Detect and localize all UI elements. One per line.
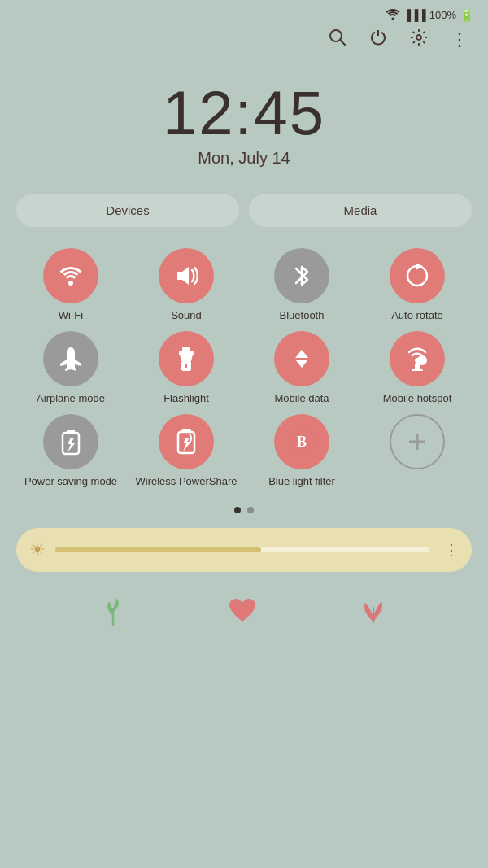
brightness-more-icon[interactable]: ⋮ <box>444 541 459 559</box>
page-dots <box>0 494 488 521</box>
brightness-bar[interactable] <box>55 547 429 552</box>
page-dot-1[interactable] <box>234 507 241 513</box>
tabs-row: Devices Media <box>0 176 488 237</box>
tile-blue-light[interactable]: B Blue light filter <box>268 414 335 489</box>
svg-point-0 <box>392 18 394 20</box>
power-saving-icon <box>43 414 98 469</box>
mobile-hotspot-label: Mobile hotspot <box>383 392 452 406</box>
tile-bluetooth[interactable]: Bluetooth <box>274 248 329 323</box>
tile-airplane-mode[interactable]: Airplane mode <box>37 331 105 406</box>
signal-icon: ▐▐▐ <box>403 9 426 21</box>
tile-auto-rotate[interactable]: Auto rotate <box>390 248 445 323</box>
auto-rotate-icon <box>390 248 445 303</box>
page-dot-2[interactable] <box>247 507 254 513</box>
battery-icon: 🔋 <box>460 9 473 22</box>
settings-icon[interactable] <box>410 28 428 51</box>
wifi-icon <box>43 248 98 303</box>
mobile-data-label: Mobile data <box>274 392 329 406</box>
tab-media[interactable]: Media <box>249 194 472 227</box>
tiles-section: Wi-Fi Sound Bluetooth <box>0 237 488 494</box>
brightness-row[interactable]: ☀ ⋮ <box>16 528 472 572</box>
tile-wifi[interactable]: Wi-Fi <box>43 248 98 323</box>
tile-add[interactable] <box>390 414 445 489</box>
deco-plant-icon <box>98 595 128 634</box>
svg-rect-15 <box>67 430 75 434</box>
tab-devices[interactable]: Devices <box>16 194 239 227</box>
blue-light-label: Blue light filter <box>268 475 335 489</box>
bluetooth-label: Bluetooth <box>280 309 325 323</box>
brightness-fill <box>55 547 261 552</box>
airplane-mode-label: Airplane mode <box>37 392 105 406</box>
blue-light-icon: B <box>274 414 329 469</box>
tile-flashlight[interactable]: Flashlight <box>159 331 214 406</box>
auto-rotate-label: Auto rotate <box>391 309 443 323</box>
wireless-powershare-label: Wireless PowerShare <box>136 475 237 489</box>
status-bar: ▐▐▐ 100% 🔋 <box>0 0 488 25</box>
power-icon[interactable] <box>369 28 387 51</box>
power-saving-label: Power saving mode <box>24 475 117 489</box>
sound-label: Sound <box>171 309 202 323</box>
svg-point-4 <box>68 281 73 286</box>
svg-text:B: B <box>297 434 307 450</box>
clock-date: Mon, July 14 <box>0 149 488 168</box>
flashlight-label: Flashlight <box>163 392 209 406</box>
mobile-data-icon <box>274 331 329 386</box>
wireless-powershare-icon <box>159 414 214 469</box>
bottom-decorations <box>0 578 488 642</box>
svg-point-3 <box>416 35 421 40</box>
svg-line-2 <box>340 40 346 46</box>
tile-sound[interactable]: Sound <box>159 248 214 323</box>
deco-heart-icon <box>227 597 258 631</box>
tiles-grid: Wi-Fi Sound Bluetooth <box>16 248 472 489</box>
more-icon[interactable]: ⋮ <box>451 31 468 49</box>
tile-power-saving[interactable]: Power saving mode <box>24 414 117 489</box>
svg-point-1 <box>330 30 342 41</box>
battery-percentage: 100% <box>429 9 456 21</box>
add-tile-icon <box>390 414 445 469</box>
status-icons: ▐▐▐ 100% 🔋 <box>386 8 473 22</box>
flashlight-icon <box>159 331 214 386</box>
wifi-label: Wi-Fi <box>59 309 83 323</box>
sound-icon <box>159 248 214 303</box>
search-icon[interactable] <box>329 28 346 51</box>
bluetooth-icon <box>274 248 329 303</box>
tile-wireless-powershare[interactable]: Wireless PowerShare <box>136 414 237 489</box>
clock-time: 12:45 <box>0 82 488 144</box>
airplane-mode-icon <box>43 331 98 386</box>
wifi-status-icon <box>386 8 400 22</box>
svg-point-13 <box>415 358 420 363</box>
svg-rect-11 <box>415 363 420 370</box>
tile-mobile-data[interactable]: Mobile data <box>274 331 329 406</box>
svg-rect-17 <box>181 429 191 433</box>
brightness-icon: ☀ <box>29 539 46 560</box>
quick-actions-row: ⋮ <box>0 25 488 59</box>
clock-section: 12:45 Mon, July 14 <box>0 59 488 176</box>
mobile-hotspot-icon <box>390 331 445 386</box>
deco-leaves-icon <box>357 596 390 632</box>
tile-mobile-hotspot[interactable]: Mobile hotspot <box>383 331 452 406</box>
